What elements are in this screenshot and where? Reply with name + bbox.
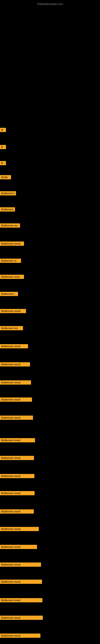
bottleneck-result-bar: B: [0, 145, 6, 149]
bottleneck-result-bar: B: [0, 128, 6, 132]
bottleneck-result-bar: Bottleneck result: [0, 562, 41, 567]
bottleneck-result-bar: Bottleneck resul: [0, 275, 24, 279]
bottleneck-result-bar: Bottleneck result: [0, 344, 28, 348]
bottleneck-result-bar: Bottleneck result: [0, 474, 34, 478]
bottleneck-result-bar: Bottleneck re: [0, 258, 21, 263]
bottleneck-result-bar: Bottle: [0, 175, 11, 179]
bottleneck-result-bar: Bottleneck result: [0, 634, 40, 638]
bottleneck-result-bar: Bottleneck result: [0, 580, 42, 584]
bottleneck-result-bar: Bottleneck result: [0, 309, 26, 313]
bottleneck-result-bar: Bottleneck result: [0, 598, 42, 602]
bottleneck-result-bar: Bottleneck result: [0, 527, 39, 531]
bottleneck-result-bar: Bottleneck result: [0, 362, 30, 366]
bottleneck-result-bar: Bottleneck res: [0, 326, 23, 330]
bottleneck-result-bar: Bottleneck: [0, 207, 15, 212]
bottleneck-result-bar: Bottleneck result: [0, 545, 37, 549]
bottleneck-result-bar: Bottleneck result: [0, 416, 33, 420]
site-title: TheBottlenecker.com: [0, 1, 100, 7]
bottleneck-result-bar: Bottleneck result: [0, 438, 35, 442]
bottleneck-result-bar: Bottleneck r: [0, 191, 16, 196]
bottleneck-result-bar: Bottleneck r: [0, 292, 18, 296]
bottleneck-result-bar: Bottleneck result: [0, 242, 24, 246]
bottleneck-result-bar: B: [0, 161, 6, 165]
bottleneck-result-bar: Bottleneck result: [0, 456, 34, 460]
bottleneck-result-bar: Bottleneck result: [0, 509, 34, 514]
bottleneck-result-bar: Bottleneck result: [0, 380, 31, 384]
bottleneck-result-bar: Bottleneck res: [0, 224, 20, 228]
bottleneck-result-bar: Bottleneck result: [0, 491, 35, 495]
bottleneck-result-bar: Bottleneck result: [0, 398, 32, 402]
bottleneck-result-bar: Bottleneck result: [0, 616, 43, 620]
